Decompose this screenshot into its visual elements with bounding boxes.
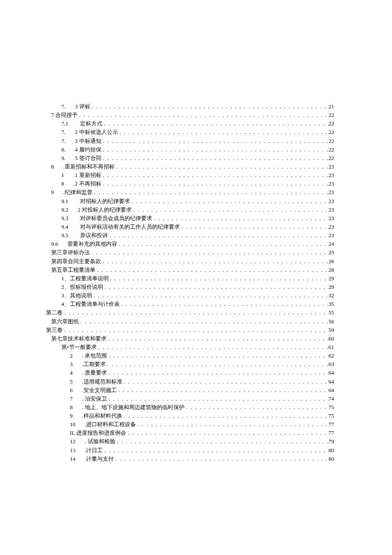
toc-entry-number: 7.	[61, 137, 75, 145]
toc-entry-number: 6	[70, 386, 82, 395]
toc-leader-dots	[136, 420, 329, 429]
toc-entry: 1.1 重新招标23	[46, 171, 334, 180]
toc-leader-dots	[184, 403, 329, 412]
toc-entry-page: 75	[329, 403, 334, 412]
toc-entry-number: 7.1	[61, 119, 80, 128]
toc-entry-label: 2 对投标人的纪律要求	[78, 206, 132, 214]
toc-leader-dots	[180, 223, 329, 231]
toc-entry-page: 23	[329, 188, 334, 197]
toc-entry-page: 35	[329, 300, 334, 308]
toc-entry-number: 10	[70, 420, 85, 429]
toc-leader-dots	[120, 300, 329, 308]
toc-entry-label: .2 不再招标	[74, 180, 101, 188]
toc-leader-dots	[118, 128, 329, 137]
toc-entry: 12. 试验和检验79	[46, 437, 334, 446]
toc-entry-page: 60	[329, 334, 334, 343]
toc-entry: 9.4对与评标活动有关的工作人员的纪律要求23	[46, 223, 334, 231]
toc-entry: 9.22 对投标人的纪律要求23	[46, 206, 334, 214]
toc-entry-number: 9.5	[61, 231, 80, 240]
toc-entry-label: .1 重新招标	[74, 171, 101, 180]
toc-entry-number: 7	[70, 395, 82, 403]
toc-entry-label: 1、工程量清单说明	[61, 274, 109, 283]
toc-entry: 9.6需要补充的其他内容24	[46, 240, 334, 248]
toc-leader-dots	[101, 137, 329, 145]
toc-entry-page: 23	[329, 206, 334, 214]
toc-entry-page: 22	[329, 137, 334, 145]
toc-entry-page: 79	[329, 437, 334, 446]
toc-entry-label: 第三卷	[46, 326, 63, 334]
toc-entry-page: 23	[329, 163, 334, 171]
toc-entry-number: 2	[70, 352, 82, 360]
toc-leader-dots	[63, 308, 329, 317]
toc-entry-number: 9.	[61, 154, 75, 163]
toc-leader-dots	[122, 378, 329, 386]
toc-entry: IL 进度报告和进度例会77	[46, 429, 334, 437]
toc-entry-page: 59	[329, 326, 334, 334]
toc-leader-dots	[130, 197, 329, 206]
toc-entry-page: 63	[329, 360, 334, 369]
toc-entry-page: 29	[329, 283, 334, 291]
toc-leader-dots	[101, 180, 329, 188]
toc-entry: 7.3 中标通知22	[46, 137, 334, 145]
toc-entry-label: 3 评标	[75, 102, 90, 111]
toc-entry: 3、其他说明32	[46, 291, 334, 300]
toc-entry-page: 77	[329, 429, 334, 437]
toc-entry-page: 23	[329, 197, 334, 206]
toc-entry-label: .纪律和监督	[63, 188, 92, 197]
toc-entry-page: 75	[329, 412, 334, 420]
toc-entry-page: 74	[329, 395, 334, 403]
toc-leader-dots	[103, 283, 329, 291]
toc-entry-number: 3	[70, 360, 82, 369]
toc-entry: 第四章合同主要条款26	[46, 257, 334, 266]
toc-entry-page: 25	[329, 248, 334, 257]
toc-entry: 9.5异议和投诉23	[46, 231, 334, 240]
toc-leader-dots	[107, 334, 329, 343]
toc-entry-label: 4 履约担保	[75, 145, 101, 154]
toc-leader-dots	[79, 317, 329, 326]
toc-entry-page: 29	[329, 274, 334, 283]
toc-entry: 8.2 不再招标23	[46, 180, 334, 188]
toc-entry: 10.进口材料和工程设备77	[46, 420, 334, 429]
toc-entry-number: 5	[70, 378, 82, 386]
toc-leader-dots	[92, 188, 329, 197]
toc-leader-dots	[90, 102, 329, 111]
toc-entry-page: 22	[329, 128, 334, 137]
toc-leader-dots	[132, 206, 329, 214]
toc-entry-label: .重新招标和不再招标	[63, 163, 115, 171]
toc-entry-label: . 地上、地下设施和周边建筑物的临时保护	[82, 403, 185, 412]
toc-entry-page: 22	[329, 111, 334, 119]
toc-entry: 3.工期要求63	[46, 360, 334, 369]
toc-entry-label: 2 中标候选人公示	[75, 128, 118, 137]
toc-entry-label: 3 中标通知	[75, 137, 101, 145]
toc-entry-label: 第•节一般要求	[61, 343, 97, 352]
toc-entry-number: 12	[70, 437, 85, 446]
toc-leader-dots	[115, 437, 329, 446]
toc-leader-dots	[122, 412, 329, 420]
toc-entry-page: 23	[329, 171, 334, 180]
toc-entry-label: IL 进度报告和进度例会	[70, 429, 126, 437]
toc-entry-number: 8	[70, 403, 82, 412]
toc-entry-label: 定标方式	[80, 119, 102, 128]
toc-entry-number: 9	[70, 412, 82, 420]
toc-entry: 14.计量与支付80	[46, 455, 334, 463]
toc-entry-label: 第四章合同主要条款	[51, 257, 101, 266]
toc-leader-dots	[152, 214, 329, 223]
toc-entry-page: 23	[329, 231, 334, 240]
toc-entry: 第六章图纸56	[46, 317, 334, 326]
toc-leader-dots	[117, 386, 329, 395]
toc-entry-number: 9.2	[61, 206, 78, 214]
toc-leader-dots	[63, 326, 329, 334]
toc-entry-number: 9.1	[61, 197, 80, 206]
toc-leader-dots	[126, 429, 329, 437]
toc-leader-dots	[97, 343, 329, 352]
toc-entry-label: . 质量要求	[82, 369, 107, 377]
toc-entry: 8. 地上、地下设施和周边建筑物的临时保护75	[46, 403, 334, 412]
toc-entry-page: 64	[329, 369, 334, 377]
toc-entry: 5.适用规范和标准64	[46, 378, 334, 386]
toc-entry-page: 77	[329, 420, 334, 429]
toc-entry: 1、工程量清单说明29	[46, 274, 334, 283]
toc-entry: 9.5 签订合同22	[46, 154, 334, 163]
toc-entry-number: 8	[51, 163, 63, 171]
toc-leader-dots	[101, 145, 329, 154]
toc-entry-label: 第七章技术标准和要求	[51, 334, 107, 343]
